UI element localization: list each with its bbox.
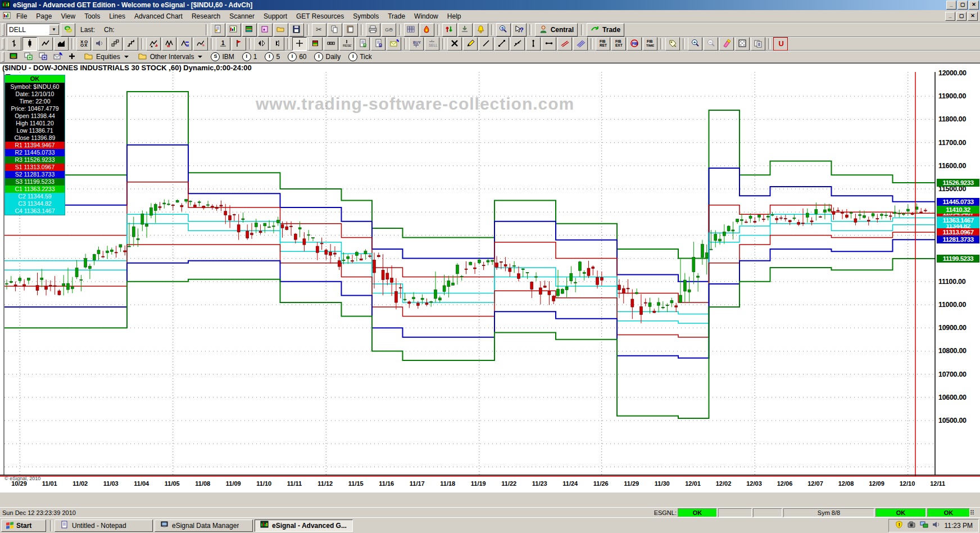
send-page-button[interactable]: ✎ xyxy=(387,37,401,51)
pivot-label-button[interactable]: 1 xyxy=(216,37,230,51)
vertical-line-button[interactable] xyxy=(526,37,541,51)
expert-mob-button[interactable]: M xyxy=(178,37,192,51)
child-minimize-button[interactable]: _ xyxy=(945,12,955,21)
menu-research[interactable]: Research xyxy=(187,11,225,22)
download-list-button[interactable] xyxy=(458,23,473,37)
line-chart-button[interactable] xyxy=(38,37,53,51)
area-chart-button[interactable] xyxy=(54,37,69,51)
parallel-lines-red-button[interactable] xyxy=(557,37,572,51)
combo-dropdown-icon[interactable]: ▼ xyxy=(49,25,59,35)
go-button[interactable]: GO xyxy=(382,23,396,37)
volume-icon[interactable] xyxy=(932,520,941,531)
taskbar-task-esignal-advanced-g-[interactable]: eSignal - Advanced G... xyxy=(255,520,353,532)
symbol-list-button[interactable]: ♦ xyxy=(258,23,273,37)
grid-pattern-button[interactable] xyxy=(735,37,750,51)
menu-lines[interactable]: Lines xyxy=(105,11,130,22)
fib-time-button[interactable]: FIBTIME xyxy=(643,37,657,51)
toolbar-grip[interactable] xyxy=(2,52,4,62)
trade-button[interactable]: Trade xyxy=(587,23,624,37)
delete-tool-button[interactable] xyxy=(447,37,462,51)
copy-page-button[interactable]: + xyxy=(371,37,385,51)
page-monitor-button[interactable] xyxy=(7,51,20,62)
central-button[interactable]: Central xyxy=(535,23,578,37)
fib-retracement-button[interactable]: FIBRET xyxy=(596,37,610,51)
pivot-flag-button[interactable] xyxy=(232,37,246,51)
interval-chip-ibm[interactable]: SIBM xyxy=(211,52,234,61)
toolbar-grip[interactable] xyxy=(2,24,4,35)
crosshair-button[interactable] xyxy=(292,37,307,51)
add-plus-button[interactable] xyxy=(65,51,79,62)
open-folder-button[interactable] xyxy=(274,23,288,37)
buy-button[interactable]: BUY xyxy=(409,37,424,51)
sort-arrows-button[interactable] xyxy=(442,23,457,37)
menu-symbols[interactable]: Symbols xyxy=(348,11,383,22)
quote-data-panel[interactable]: OK Symbol: $INDU,60Date: 12/10/10Time: 2… xyxy=(4,75,65,215)
pencil-button[interactable] xyxy=(463,37,478,51)
menu-file[interactable]: File xyxy=(12,11,31,22)
context-help-button[interactable]: ? xyxy=(512,23,527,37)
horizontal-segment-button[interactable] xyxy=(542,37,556,51)
quote-row-button[interactable] xyxy=(324,37,338,51)
hot-list-button[interactable] xyxy=(420,23,434,37)
menu-support[interactable]: Support xyxy=(259,11,292,22)
menu-page[interactable]: Page xyxy=(31,11,56,22)
stair-steps-button[interactable] xyxy=(124,37,138,51)
zoom-in-button[interactable]: + xyxy=(688,37,702,51)
box-steps-button[interactable] xyxy=(108,37,122,51)
menu-advanced-chart[interactable]: Advanced Chart xyxy=(130,11,187,22)
sell-button[interactable]: SELL xyxy=(425,37,439,51)
close-button[interactable]: ✕ xyxy=(969,1,979,10)
menu-scanner[interactable]: Scanner xyxy=(225,11,259,22)
interval-chip-5[interactable]: I5 xyxy=(265,52,280,61)
color-bars-button[interactable] xyxy=(308,37,323,51)
data-grid-button[interactable] xyxy=(404,23,419,37)
expert-wave-button[interactable]: ≈ xyxy=(193,37,208,51)
expert-pivot-button[interactable]: W xyxy=(162,37,176,51)
playback-left-button[interactable] xyxy=(254,37,269,51)
menu-get-resources[interactable]: GET Resources xyxy=(292,11,348,22)
chart-area[interactable]: www.trading-software-collection.com T OK… xyxy=(0,72,980,493)
link-button[interactable] xyxy=(61,23,75,37)
reset-button[interactable]: RESET xyxy=(339,37,354,51)
start-button[interactable]: Start xyxy=(1,520,46,532)
multi-page-button[interactable] xyxy=(751,37,765,51)
highlighter-button[interactable] xyxy=(719,37,734,51)
cut-button[interactable]: ✂ xyxy=(312,23,326,37)
menu-trade[interactable]: Trade xyxy=(383,11,410,22)
toolbar-grip[interactable] xyxy=(2,38,4,49)
child-restore-button[interactable]: ▢ xyxy=(956,12,967,21)
alert-bell-button[interactable] xyxy=(474,23,488,37)
trendline-anchor-button[interactable] xyxy=(494,37,509,51)
resize-grip[interactable]: ⠿ xyxy=(970,509,980,517)
candlestick-chart[interactable] xyxy=(0,72,980,493)
fib-extension-button[interactable]: FIBEXT xyxy=(611,37,626,51)
regression-line-button[interactable] xyxy=(510,37,525,51)
parallel-lines-blue-button[interactable] xyxy=(573,37,588,51)
duplicate-window-button[interactable]: + xyxy=(36,51,49,62)
camera-icon[interactable] xyxy=(907,520,917,531)
snapshot-page-button[interactable]: + xyxy=(355,37,370,51)
menu-help[interactable]: Help xyxy=(443,11,466,22)
copy-button[interactable] xyxy=(328,23,342,37)
mail-note-button[interactable]: ✎ xyxy=(51,51,64,62)
price-tag-button[interactable] xyxy=(665,37,680,51)
zoom-out-button[interactable]: − xyxy=(704,37,718,51)
print-button[interactable] xyxy=(366,23,380,37)
playback-right-button[interactable] xyxy=(270,37,284,51)
candlestick-button[interactable] xyxy=(22,37,37,51)
new-chart-button[interactable]: ✶ xyxy=(211,23,225,37)
menu-view[interactable]: View xyxy=(56,11,80,22)
interval-chip-1[interactable]: I1 xyxy=(242,52,257,61)
tray-clock[interactable]: 11:23 PM xyxy=(945,522,973,530)
interval-chip-tick[interactable]: ITick xyxy=(348,52,372,61)
volume-button[interactable] xyxy=(92,37,107,51)
undo-u-button[interactable]: U xyxy=(773,37,788,51)
trendline-button[interactable] xyxy=(479,37,493,51)
symbol-combobox[interactable]: DELL ▼ xyxy=(6,23,60,37)
bar-chart-button[interactable] xyxy=(7,37,21,51)
folder-other-intervals[interactable]: Other Intervals xyxy=(138,52,203,62)
menu-window[interactable]: Window xyxy=(410,11,443,22)
paste-button[interactable] xyxy=(343,23,358,37)
expert-trend-button[interactable]: ▲ xyxy=(146,37,161,51)
interval-chip-60[interactable]: I60 xyxy=(288,52,306,61)
